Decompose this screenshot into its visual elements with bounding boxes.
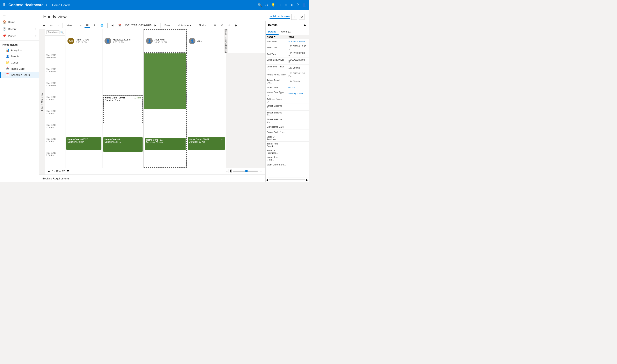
actions-label: Actions [181, 24, 189, 27]
zoom-pause-button[interactable]: ⏸ [230, 169, 232, 173]
sidebar-item-recent[interactable]: 🕐 Recent ▾ [0, 26, 39, 32]
booking-home-care-00037[interactable]: Home Care - 00037 Duration: 30 min ⋯ [66, 137, 101, 150]
detail-value-est-arrival: 10/15/2020 2:03 P... [287, 58, 309, 64]
jael-3pm-booking[interactable]: Home Care - 0... Duration: 30 min [145, 138, 186, 150]
calendar-button[interactable]: 📅 [116, 23, 123, 28]
grid-area: Filter & Map View 🔍 [39, 29, 265, 174]
help-icon[interactable]: ? [297, 3, 299, 7]
detail-row-actual-travel: Actual Travel Dur... 1 hr 59 min [266, 78, 309, 85]
sort-button[interactable]: Sort ▾ [197, 23, 207, 28]
zoom-in-button[interactable]: ＋ [259, 169, 263, 173]
create-resource-booking-tab[interactable]: Create Resource Booking [224, 29, 228, 53]
col4-slot2 [187, 67, 226, 81]
details-scrollbar[interactable] [269, 179, 305, 180]
home-care-icon: 🏥 [6, 67, 9, 70]
recent-icon: 🕐 [2, 27, 6, 31]
date-range-label: 10/11/2020 - 10/17/2020 [124, 24, 151, 27]
add-view-button[interactable]: ＋ [291, 14, 297, 20]
page-up-button[interactable]: ▲ [47, 169, 51, 173]
details-title: Details [268, 24, 277, 27]
app-menu-icon[interactable]: ⠿ [2, 3, 5, 7]
lightbulb-icon[interactable]: 💡 [271, 3, 275, 7]
zoom-out-button[interactable]: − [225, 169, 229, 173]
next-date-button[interactable]: ▶ [153, 23, 158, 28]
col2-slot2 [102, 67, 143, 81]
booking-00037-menu[interactable]: ⋯ [98, 138, 101, 142]
book-button[interactable]: Book [163, 23, 172, 28]
grid-view-button[interactable]: ⊞ [92, 23, 97, 28]
search-input[interactable] [46, 30, 59, 34]
eye-button[interactable]: 👁 [212, 23, 218, 28]
detail-value-resource[interactable]: Francisca Kuhar [287, 39, 309, 44]
schedule-board-label: Schedule Board [11, 73, 30, 77]
detail-value-work-order[interactable]: 00038 [287, 85, 309, 90]
expand2-button[interactable]: ⤢ [227, 23, 232, 28]
sidebar-item-analytics[interactable]: 📊 Analytics [0, 47, 39, 53]
detail-label-work-order-sum: Work Order Sum... [266, 162, 287, 167]
zoom-handle[interactable] [245, 170, 248, 172]
prev-date-button[interactable]: ◀ [110, 23, 115, 28]
search-icon[interactable]: 🔍 [258, 3, 262, 7]
board-main: ◀ irs ▾ View ≡ ▦ [39, 21, 265, 182]
settings-button[interactable]: ⚙ [299, 14, 304, 20]
time-slot-1600: Thu 10/15 4:00 PM [45, 137, 65, 151]
detail-value-street2 [287, 111, 309, 117]
actions-button[interactable]: ⇄ Actions ▾ [176, 23, 193, 28]
app-title-chevron-icon[interactable]: ▾ [46, 3, 47, 6]
target-icon[interactable]: ⊙ [265, 3, 268, 7]
details-scroll-right[interactable]: ▶ [306, 178, 308, 182]
search-icon[interactable]: 🔍 [60, 31, 64, 34]
sidebar-item-people[interactable]: 👤 People [0, 53, 39, 59]
bar-view-button[interactable]: ▦ [84, 23, 90, 28]
details-expand-button[interactable]: ▶ [304, 24, 306, 27]
irs-button[interactable]: irs [48, 23, 54, 28]
map-view-button[interactable]: 🌐 [98, 23, 105, 28]
col4-slot8 [187, 151, 226, 165]
sidebar-item-home[interactable]: 🏠 Home [0, 18, 39, 26]
list-view-button[interactable]: ≡ [78, 23, 83, 28]
sidebar-item-home-care[interactable]: 🏥 Home Care [0, 65, 39, 72]
booking-home-care-00038-selected[interactable]: Home Care - 00038 Duration: 2 hrs 1:30m [103, 95, 143, 123]
filter-icon[interactable]: ⧖ [285, 3, 288, 7]
initial-public-view-tab[interactable]: Initial public view [270, 15, 290, 19]
sidebar-item-schedule-board[interactable]: 📅 Schedule Board [0, 72, 39, 78]
sidebar-item-cases[interactable]: 📁 Cases [0, 59, 39, 65]
settings-icon[interactable]: ⚙ [291, 3, 294, 7]
booking-00029-menu[interactable]: ⋯ [221, 138, 224, 141]
jael-3pm-title: Home Care - 0... [146, 139, 184, 141]
details-panel: Details ▶ Details Alerts (0) Name ▼ [265, 21, 309, 182]
details-tab-alerts[interactable]: Alerts (0) [279, 29, 294, 35]
detail-row-time-from: Time From Promi... [266, 142, 309, 148]
value-column-header: Value [287, 35, 309, 39]
user-icon[interactable]: 👤 [302, 3, 306, 7]
details-tab-details[interactable]: Details [266, 29, 279, 35]
francisca-3pm-duration: Duration: 1 hr ... [105, 141, 141, 143]
francisca-3pm-menu[interactable]: ⋯ [139, 147, 141, 150]
anton-avatar: AC [68, 38, 74, 44]
add-icon[interactable]: ＋ [279, 3, 282, 7]
detail-label-time-from: Time From Promi... [266, 142, 287, 148]
book-label: Book [165, 24, 170, 27]
map-icon: 🌐 [100, 24, 103, 27]
booking-home-care-00029[interactable]: Home Care - 00029 Duration: 30 min ⋯ [188, 137, 225, 150]
booking-francisca-3pm[interactable]: Home Care - 0... Duration: 1 hr ... ⋯ [103, 137, 143, 152]
page-down-button[interactable]: ▼ [67, 169, 70, 173]
jael-block-menu[interactable]: ⋯ [182, 54, 185, 57]
detail-value-est-travel: 1 hr 30 min [287, 65, 309, 71]
filter-map-panel[interactable]: Filter & Map View [39, 29, 45, 174]
settings2-button[interactable]: ⚙ [219, 23, 225, 28]
expand-button[interactable]: ▾ [55, 23, 60, 28]
zoom-track [233, 170, 258, 172]
back-button[interactable]: ◀ [41, 23, 47, 28]
view-button[interactable]: View [65, 23, 74, 28]
time-slot-1200: Thu 10/15 12:00 PM [45, 81, 65, 95]
sidebar-item-pinned[interactable]: 📌 Pinned ▾ [0, 32, 39, 39]
detail-value-home-care-type[interactable]: Monthly Check [287, 90, 309, 97]
jael-large-green-block[interactable]: ⋯ [144, 53, 186, 109]
hamburger-menu[interactable]: ☰ [0, 10, 39, 18]
details-scroll-left[interactable]: ◀ [266, 178, 268, 182]
forward-button[interactable]: ▶ [233, 23, 239, 28]
detail-row-street3: Street 3 (Home C... [266, 117, 309, 124]
detail-label-street2: Street 2 (Home C... [266, 111, 287, 117]
col1-slot4 [65, 95, 102, 109]
